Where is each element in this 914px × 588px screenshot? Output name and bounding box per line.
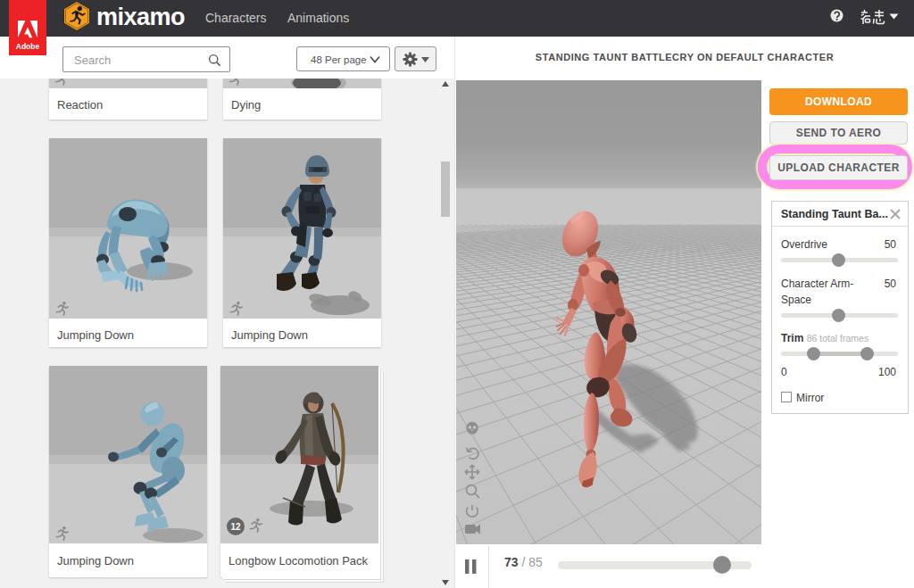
svg-text:12: 12: [230, 522, 241, 532]
svg-text:Adobe: Adobe: [16, 42, 40, 51]
